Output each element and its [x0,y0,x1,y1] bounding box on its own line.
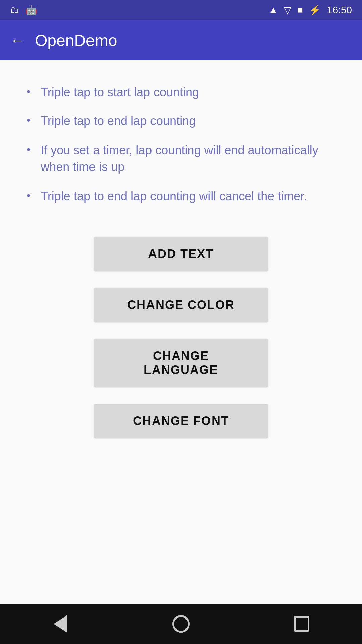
wifi-icon: ▽ [284,5,291,16]
change-color-button[interactable]: CHANGE COLOR [94,288,268,322]
instruction-text-4: Triple tap to end lap counting will canc… [41,188,307,205]
bullet-dot-1: • [27,85,31,98]
app-bar: ← OpenDemo [0,20,362,60]
recents-nav-icon [294,616,309,632]
bluetooth-icon: ▲ [268,5,278,15]
app-title: OpenDemo [35,31,117,50]
instruction-text-2: Triple tap to end lap counting [41,113,196,129]
list-item: • Triple tap to end lap counting will ca… [27,188,328,205]
list-item: • Triple tap to start lap counting [27,84,328,101]
home-nav-button[interactable] [168,610,194,637]
main-content: • Triple tap to start lap counting • Tri… [0,60,362,604]
add-text-button[interactable]: ADD TEXT [94,237,268,271]
list-item: • If you set a timer, lap counting will … [27,142,328,176]
nav-bar [0,604,362,644]
back-button[interactable]: ← [10,33,25,48]
bullet-dot-4: • [27,189,31,202]
back-nav-icon [54,615,67,633]
list-item: • Triple tap to end lap counting [27,113,328,129]
instruction-text-3: If you set a timer, lap counting will en… [41,142,328,176]
status-bar: 🗂 🤖 ▲ ▽ ■ ⚡ 16:50 [0,0,362,20]
status-bar-right: ▲ ▽ ■ ⚡ 16:50 [268,4,352,16]
recents-nav-button[interactable] [288,610,315,637]
change-language-button[interactable]: CHANGE LANGUAGE [94,339,268,387]
instruction-list: • Triple tap to start lap counting • Tri… [20,77,342,223]
signal-icon: ■ [297,5,303,15]
instruction-text-1: Triple tap to start lap counting [41,84,199,101]
status-bar-left: 🗂 🤖 [10,5,37,16]
battery-icon: ⚡ [309,5,321,16]
status-time: 16:50 [327,4,352,16]
android-icon: 🤖 [25,5,37,16]
home-nav-icon [172,615,190,633]
back-nav-button[interactable] [47,610,74,637]
bullet-dot-3: • [27,143,31,156]
sim-icon: 🗂 [10,5,19,16]
change-font-button[interactable]: CHANGE FONT [94,404,268,438]
bullet-dot-2: • [27,114,31,126]
